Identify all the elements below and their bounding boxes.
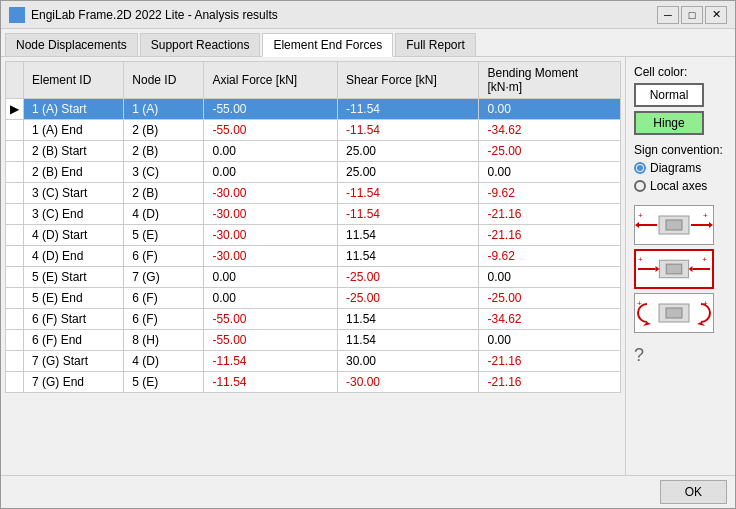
radio-local-axes-dot <box>634 180 646 192</box>
cell-shear-force: 25.00 <box>338 141 479 162</box>
row-arrow <box>6 183 24 204</box>
svg-marker-6 <box>709 222 713 228</box>
diagram-svg-2: + + <box>636 250 712 288</box>
diagrams-container: + + + <box>634 205 727 333</box>
table-row[interactable]: 2 (B) Start2 (B)0.0025.00-25.00 <box>6 141 621 162</box>
cell-axial-force: -30.00 <box>204 183 338 204</box>
cell-axial-force: -11.54 <box>204 372 338 393</box>
tab-node-displacements[interactable]: Node Displacements <box>5 33 138 56</box>
cell-axial-force: 0.00 <box>204 267 338 288</box>
row-arrow <box>6 330 24 351</box>
cell-element-id: 5 (E) End <box>24 288 124 309</box>
cell-bending-moment: 0.00 <box>479 162 621 183</box>
svg-text:+: + <box>703 211 708 220</box>
maximize-button[interactable]: □ <box>681 6 703 24</box>
tab-element-end-forces[interactable]: Element End Forces <box>262 33 393 57</box>
table-row[interactable]: 3 (C) Start2 (B)-30.00-11.54-9.62 <box>6 183 621 204</box>
cell-element-id: 6 (F) Start <box>24 309 124 330</box>
cell-bending-moment: 0.00 <box>479 267 621 288</box>
cell-axial-force: -11.54 <box>204 351 338 372</box>
cell-shear-force: -11.54 <box>338 99 479 120</box>
table-row[interactable]: 1 (A) End2 (B)-55.00-11.54-34.62 <box>6 120 621 141</box>
table-row[interactable]: 5 (E) Start7 (G)0.00-25.000.00 <box>6 267 621 288</box>
table-row[interactable]: ▶1 (A) Start1 (A)-55.00-11.540.00 <box>6 99 621 120</box>
cell-axial-force: -55.00 <box>204 309 338 330</box>
cell-node-id: 8 (H) <box>124 330 204 351</box>
title-bar-controls: ─ □ ✕ <box>657 6 727 24</box>
cell-node-id: 4 (D) <box>124 351 204 372</box>
cell-node-id: 6 (F) <box>124 309 204 330</box>
cell-bending-moment: -21.16 <box>479 351 621 372</box>
cell-bending-moment: -34.62 <box>479 120 621 141</box>
table-row[interactable]: 6 (F) Start6 (F)-55.0011.54-34.62 <box>6 309 621 330</box>
svg-rect-1 <box>666 220 682 230</box>
ok-button[interactable]: OK <box>660 480 727 504</box>
cell-shear-force: 11.54 <box>338 309 479 330</box>
cell-shear-force: -11.54 <box>338 183 479 204</box>
cell-element-id: 3 (C) Start <box>24 183 124 204</box>
cell-node-id: 2 (B) <box>124 183 204 204</box>
table-row[interactable]: 6 (F) End8 (H)-55.0011.540.00 <box>6 330 621 351</box>
cell-element-id: 1 (A) End <box>24 120 124 141</box>
cell-shear-force: -25.00 <box>338 267 479 288</box>
close-button[interactable]: ✕ <box>705 6 727 24</box>
cell-shear-force: 30.00 <box>338 351 479 372</box>
cell-color-label: Cell color: <box>634 65 727 79</box>
table-row[interactable]: 7 (G) Start4 (D)-11.5430.00-21.16 <box>6 351 621 372</box>
cell-axial-force: 0.00 <box>204 141 338 162</box>
cell-element-id: 6 (F) End <box>24 330 124 351</box>
minimize-button[interactable]: ─ <box>657 6 679 24</box>
cell-bending-moment: -21.16 <box>479 204 621 225</box>
radio-local-axes-label: Local axes <box>650 179 707 193</box>
table-row[interactable]: 5 (E) End6 (F)0.00-25.00-25.00 <box>6 288 621 309</box>
diagram-svg-1: + + <box>635 206 713 244</box>
table-row[interactable]: 3 (C) End4 (D)-30.00-11.54-21.16 <box>6 204 621 225</box>
cell-bending-moment: 0.00 <box>479 99 621 120</box>
cell-bending-moment: -25.00 <box>479 141 621 162</box>
cell-element-id: 2 (B) Start <box>24 141 124 162</box>
cell-bending-moment: -21.16 <box>479 225 621 246</box>
col-header-element-id: Element ID <box>24 62 124 99</box>
cell-element-id: 4 (D) Start <box>24 225 124 246</box>
cell-node-id: 5 (E) <box>124 372 204 393</box>
cell-color-section: Cell color: Normal Hinge <box>634 65 727 135</box>
table-row[interactable]: 7 (G) End5 (E)-11.54-30.00-21.16 <box>6 372 621 393</box>
help-button[interactable]: ? <box>634 345 727 366</box>
cell-node-id: 2 (B) <box>124 141 204 162</box>
table-area: Element ID Node ID Axial Force [kN] Shea… <box>1 57 625 475</box>
cell-node-id: 5 (E) <box>124 225 204 246</box>
normal-color-button[interactable]: Normal <box>634 83 704 107</box>
tab-full-report[interactable]: Full Report <box>395 33 476 56</box>
row-arrow <box>6 141 24 162</box>
svg-text:+: + <box>702 255 707 264</box>
cell-element-id: 7 (G) Start <box>24 351 124 372</box>
cell-bending-moment: -34.62 <box>479 309 621 330</box>
cell-axial-force: -55.00 <box>204 99 338 120</box>
cell-shear-force: 25.00 <box>338 162 479 183</box>
row-arrow <box>6 267 24 288</box>
bottom-bar: OK <box>1 475 735 508</box>
row-arrow <box>6 351 24 372</box>
row-arrow <box>6 309 24 330</box>
cell-node-id: 4 (D) <box>124 204 204 225</box>
cell-axial-force: -30.00 <box>204 225 338 246</box>
diagram-box-1: + + <box>634 205 714 245</box>
cell-shear-force: -30.00 <box>338 372 479 393</box>
svg-marker-14 <box>689 266 693 272</box>
radio-diagrams[interactable]: Diagrams <box>634 161 727 175</box>
cell-node-id: 6 (F) <box>124 246 204 267</box>
table-row[interactable]: 2 (B) End3 (C)0.0025.000.00 <box>6 162 621 183</box>
table-row[interactable]: 4 (D) Start5 (E)-30.0011.54-21.16 <box>6 225 621 246</box>
tab-support-reactions[interactable]: Support Reactions <box>140 33 261 56</box>
table-row[interactable]: 4 (D) End6 (F)-30.0011.54-9.62 <box>6 246 621 267</box>
cell-axial-force: -55.00 <box>204 330 338 351</box>
radio-local-axes[interactable]: Local axes <box>634 179 727 193</box>
cell-node-id: 6 (F) <box>124 288 204 309</box>
cell-node-id: 7 (G) <box>124 267 204 288</box>
hinge-color-button[interactable]: Hinge <box>634 111 704 135</box>
row-arrow <box>6 372 24 393</box>
svg-rect-17 <box>666 308 682 318</box>
svg-marker-11 <box>655 266 659 272</box>
cell-shear-force: 11.54 <box>338 225 479 246</box>
cell-element-id: 5 (E) Start <box>24 267 124 288</box>
